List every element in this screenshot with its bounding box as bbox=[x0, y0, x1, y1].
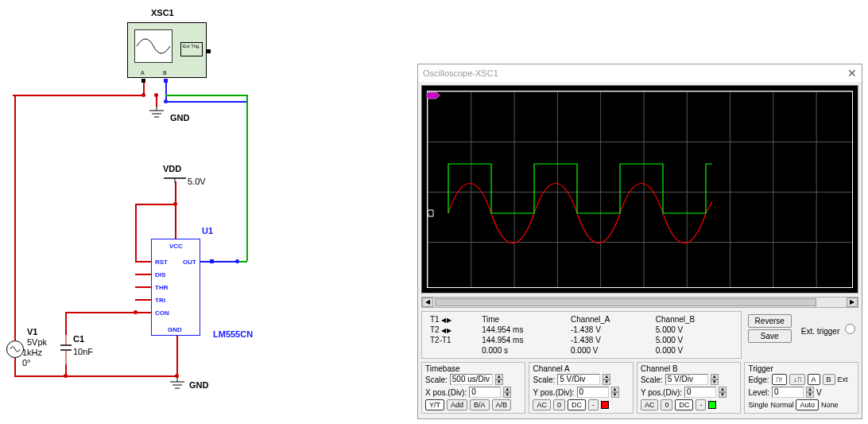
level-input[interactable]: 0 bbox=[772, 387, 804, 398]
ic-lm555[interactable]: VCC RST DIS THR TRI CON OUT GND bbox=[151, 239, 200, 336]
diff-cha: 0.000 V bbox=[568, 346, 651, 355]
cha-ypos-input[interactable]: 0 bbox=[577, 387, 609, 398]
t2-chb: 5.000 V bbox=[653, 336, 736, 344]
tb-scale-input[interactable]: 500 us/Div bbox=[450, 374, 493, 385]
scope-icon-screen bbox=[134, 29, 172, 63]
capacitor[interactable] bbox=[60, 334, 72, 366]
edge-b-button[interactable]: B bbox=[823, 374, 835, 385]
add-button[interactable]: Add bbox=[447, 399, 467, 410]
spin-down[interactable]: ▼ bbox=[611, 392, 619, 398]
v1-freq: 1kHz bbox=[22, 348, 42, 357]
cha-ac-button[interactable]: AC bbox=[533, 399, 551, 410]
scroll-thumb[interactable] bbox=[435, 298, 816, 306]
chb-scale-label: Scale: bbox=[641, 375, 663, 384]
v1-amp: 5Vpk bbox=[27, 337, 47, 347]
t1-time: 144.954 ms bbox=[479, 325, 566, 334]
chb-zero-button[interactable]: 0 bbox=[661, 399, 672, 410]
chb-ypos-input[interactable]: 0 bbox=[684, 387, 716, 398]
junction bbox=[134, 310, 138, 314]
wire bbox=[14, 358, 16, 375]
chb-ac-button[interactable]: AC bbox=[641, 399, 659, 410]
ab-button[interactable]: A/B bbox=[492, 399, 512, 410]
wire bbox=[135, 299, 151, 301]
hdr-time: Time bbox=[479, 315, 566, 324]
t2-time: 144.954 ms bbox=[479, 336, 566, 344]
chb-dash-button[interactable]: - bbox=[696, 399, 706, 410]
spin-up[interactable]: ▲ bbox=[611, 387, 619, 392]
spin-down[interactable]: ▼ bbox=[495, 379, 503, 385]
out-port[interactable] bbox=[210, 259, 214, 263]
junction bbox=[154, 93, 158, 97]
pin-vcc: VCC bbox=[169, 243, 183, 250]
ext-trigger-radio[interactable] bbox=[845, 324, 855, 334]
xsc1-pin-ext[interactable] bbox=[207, 49, 211, 53]
cha-dc-button[interactable]: DC bbox=[568, 399, 586, 410]
gnd-label-2: GND bbox=[189, 380, 208, 390]
spin-up[interactable]: ▲ bbox=[806, 387, 814, 392]
save-button[interactable]: Save bbox=[748, 329, 792, 343]
cha-scale-input[interactable]: 5 V/Div bbox=[557, 374, 600, 385]
reverse-button[interactable]: Reverse bbox=[748, 314, 792, 328]
t2-arrows[interactable]: ◀ ▶ bbox=[441, 327, 450, 334]
spin-up[interactable]: ▲ bbox=[495, 374, 503, 379]
gnd-label: GND bbox=[170, 113, 189, 123]
xsc1-refdes: XSC1 bbox=[151, 8, 174, 18]
wire bbox=[246, 95, 248, 261]
mode-single[interactable]: Single bbox=[748, 401, 768, 409]
spin-down[interactable]: ▼ bbox=[719, 392, 727, 398]
cha-dash-button[interactable]: - bbox=[588, 399, 599, 410]
edge-a-button[interactable]: A bbox=[808, 374, 820, 385]
t1-arrows[interactable]: ◀ ▶ bbox=[441, 317, 450, 324]
dialog-titlebar[interactable]: Oscilloscope-XSC1 ✕ bbox=[418, 64, 862, 82]
spin-up[interactable]: ▲ bbox=[603, 374, 610, 379]
tb-xpos-label: X pos.(Div): bbox=[425, 388, 467, 397]
chb-title: Channel B bbox=[641, 364, 737, 373]
edge-fall-button[interactable]: ↓⎍ bbox=[789, 374, 805, 385]
spin-up[interactable]: ▲ bbox=[503, 387, 511, 392]
junction bbox=[141, 93, 145, 97]
mode-normal[interactable]: Normal bbox=[770, 401, 793, 409]
mode-none[interactable]: None bbox=[821, 401, 839, 409]
tb-xpos-input[interactable]: 0 bbox=[469, 387, 501, 398]
edge-ext-label: Ext bbox=[838, 375, 848, 383]
schematic-canvas[interactable]: XSC1 Ext Trig. A B GND VDD 5.0V U1 VCC R… bbox=[0, 0, 413, 424]
ba-button[interactable]: B/A bbox=[470, 399, 490, 410]
chb-scale-input[interactable]: 5 V/Div bbox=[665, 374, 708, 385]
timebase-title: Timebase bbox=[425, 364, 521, 373]
chb-color-swatch[interactable] bbox=[708, 401, 716, 409]
cha-zero-button[interactable]: 0 bbox=[553, 399, 565, 410]
wire bbox=[135, 312, 151, 313]
ac-source[interactable] bbox=[6, 340, 24, 358]
v1-phase: 0° bbox=[22, 358, 31, 368]
spin-down[interactable]: ▼ bbox=[503, 392, 511, 398]
cha-ypos-label: Y pos.(Div): bbox=[533, 388, 574, 397]
mode-auto[interactable]: Auto bbox=[796, 399, 819, 410]
close-icon[interactable]: ✕ bbox=[847, 64, 857, 82]
ext-trigger-group: Ext. trigger bbox=[798, 311, 858, 359]
spin-down[interactable]: ▼ bbox=[711, 379, 719, 385]
chb-dc-button[interactable]: DC bbox=[675, 399, 693, 410]
yt-button[interactable]: Y/T bbox=[425, 399, 444, 410]
spin-down[interactable]: ▼ bbox=[603, 379, 610, 385]
wire bbox=[135, 204, 137, 262]
pin-thr: THR bbox=[155, 284, 168, 291]
spin-up[interactable]: ▲ bbox=[719, 387, 727, 392]
oscilloscope-dialog[interactable]: Oscilloscope-XSC1 ✕ ◀ ▶ T1 ◀ ▶ Time C bbox=[417, 64, 862, 419]
scroll-left-icon[interactable]: ◀ bbox=[422, 298, 433, 307]
ext-trigger-label: Ext. trigger bbox=[801, 327, 839, 336]
edge-rise-button[interactable]: ⎍↑ bbox=[772, 374, 788, 385]
pin-rst: RST bbox=[155, 259, 168, 266]
cha-title: Channel A bbox=[533, 364, 629, 373]
cha-color-swatch[interactable] bbox=[601, 401, 609, 409]
junction bbox=[173, 202, 177, 206]
hdr-chb: Channel_B bbox=[653, 315, 736, 324]
spin-down[interactable]: ▼ bbox=[806, 392, 814, 398]
scope-scrollbar[interactable]: ◀ ▶ bbox=[421, 297, 858, 308]
oscilloscope-instrument[interactable]: Ext Trig. A B bbox=[127, 22, 207, 78]
spin-up[interactable]: ▲ bbox=[711, 374, 719, 379]
ic-part-number: LM555CN bbox=[213, 329, 253, 339]
ground-symbol bbox=[170, 377, 184, 390]
t2-cha: -1.438 V bbox=[568, 336, 651, 344]
scope-display[interactable] bbox=[421, 85, 858, 294]
scroll-right-icon[interactable]: ▶ bbox=[847, 298, 858, 307]
